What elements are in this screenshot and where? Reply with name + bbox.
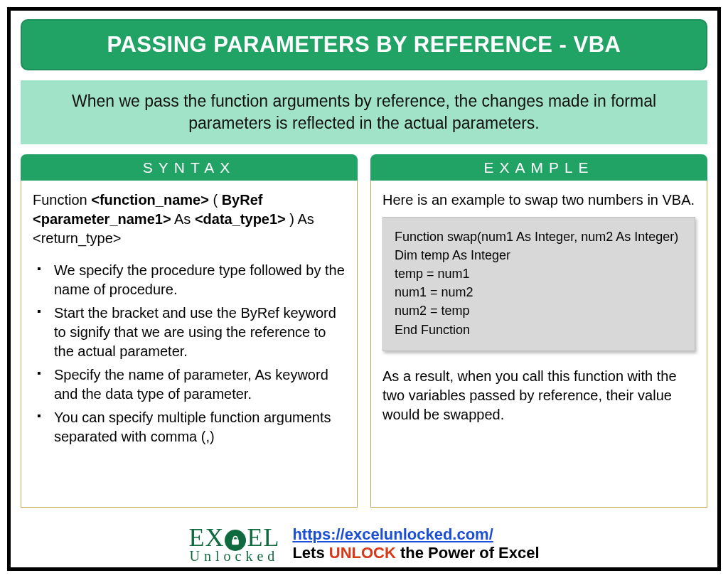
tagline: Lets UNLOCK the Power of Excel xyxy=(292,544,539,562)
syntax-text: Function xyxy=(33,192,91,208)
syntax-header: SYNTAX xyxy=(21,154,358,181)
site-link[interactable]: https://excelunlocked.com/ xyxy=(292,525,493,543)
intro-text: When we pass the function arguments by r… xyxy=(21,80,707,144)
list-item: Specify the name of parameter, As keywor… xyxy=(36,365,346,404)
logo-subtext: Unlocked xyxy=(190,549,279,563)
example-intro: Here is an example to swap two numbers i… xyxy=(382,191,695,210)
code-line: Dim temp As Integer xyxy=(395,246,683,264)
syntax-datatype: <data_type1> xyxy=(195,211,286,227)
tagline-unlock: UNLOCK xyxy=(329,544,396,562)
example-header: EXAMPLE xyxy=(370,154,707,181)
footer: EX EL Unlocked https://excelunlocked.com… xyxy=(11,525,717,563)
syntax-fn-name: <function_name> xyxy=(91,192,209,208)
page-title: PASSING PARAMETERS BY REFERENCE - VBA xyxy=(21,19,707,70)
list-item: You can specify multiple function argume… xyxy=(36,408,346,446)
logo-text: EX xyxy=(188,525,224,550)
syntax-declaration: Function <function_name> ( ByRef <parame… xyxy=(33,191,346,248)
syntax-column: SYNTAX Function <function_name> ( ByRef … xyxy=(21,154,358,508)
syntax-text: ( xyxy=(209,192,222,208)
logo-text: EL xyxy=(247,525,279,550)
list-item: Start the bracket and use the ByRef keyw… xyxy=(36,304,346,361)
code-line: num2 = temp xyxy=(395,301,683,320)
code-block: Function swap(num1 As Integer, num2 As I… xyxy=(382,217,695,351)
infographic-frame: PASSING PARAMETERS BY REFERENCE - VBA Wh… xyxy=(7,7,721,571)
syntax-bullets: We specify the procedure type followed b… xyxy=(33,261,346,446)
syntax-text: As xyxy=(171,211,195,227)
list-item: We specify the procedure type followed b… xyxy=(36,261,346,299)
brand-logo: EX EL Unlocked xyxy=(188,525,279,563)
example-body: Here is an example to swap two numbers i… xyxy=(370,181,707,508)
footer-text: https://excelunlocked.com/ Lets UNLOCK t… xyxy=(292,525,539,562)
svg-point-1 xyxy=(235,541,236,542)
code-line: temp = num1 xyxy=(395,264,683,283)
columns: SYNTAX Function <function_name> ( ByRef … xyxy=(21,154,707,508)
syntax-body: Function <function_name> ( ByRef <parame… xyxy=(21,181,358,508)
tagline-suffix: the Power of Excel xyxy=(396,544,540,562)
example-column: EXAMPLE Here is an example to swap two n… xyxy=(370,154,707,508)
code-line: End Function xyxy=(395,321,683,339)
logo-top: EX EL xyxy=(188,525,279,550)
code-line: Function swap(num1 As Integer, num2 As I… xyxy=(395,228,683,246)
tagline-prefix: Lets xyxy=(292,544,328,562)
example-outro: As a result, when you call this function… xyxy=(382,367,695,424)
code-line: num1 = num2 xyxy=(395,283,683,301)
